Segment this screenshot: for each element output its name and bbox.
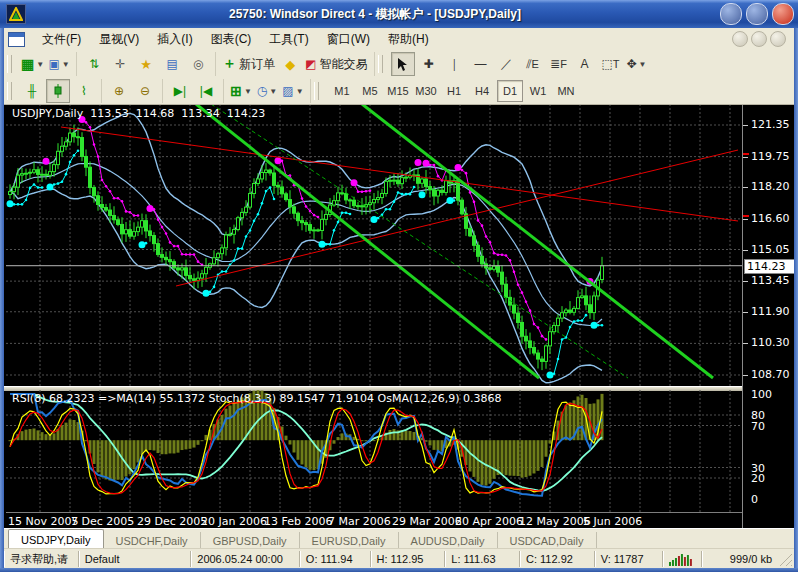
indicator-chart[interactable] <box>6 390 742 512</box>
app-logo-icon <box>6 4 26 24</box>
mdi-window-buttons <box>732 31 786 47</box>
status-high: H: 112.95 <box>370 551 445 567</box>
chart-shift-button[interactable]: |◀ <box>194 79 218 103</box>
expert-advisors-button[interactable]: ◩智能交易 <box>304 52 368 76</box>
price-tick-label: 110.30 <box>751 336 790 349</box>
timeframe-button-h1[interactable]: H1 <box>441 80 467 102</box>
toolbar-handle[interactable] <box>7 82 12 100</box>
arrows-button[interactable]: ✥▼ <box>625 52 649 76</box>
status-open: O: 111.94 <box>299 551 370 567</box>
menu-item[interactable]: 帮助(H) <box>379 28 438 51</box>
toolbar-handle[interactable] <box>7 55 12 73</box>
data-window-button[interactable]: ✛ <box>108 52 132 76</box>
time-axis[interactable]: 15 Nov 20057 Dec 200529 Dec 200520 Jan 2… <box>6 512 742 529</box>
status-profile[interactable]: Default <box>78 551 191 567</box>
chart-tab-usdcad[interactable]: USDCAD,Daily <box>498 532 597 549</box>
trendline-button[interactable]: ／ <box>495 52 519 76</box>
green-channel-upper[interactable] <box>362 104 713 378</box>
child-restore-button[interactable] <box>751 31 767 47</box>
strategy-tester-button[interactable]: ◎ <box>186 52 210 76</box>
child-minimize-button[interactable] <box>732 31 748 47</box>
timeframe-button-m5[interactable]: M5 <box>357 80 383 102</box>
chart-tab-usdchf[interactable]: USDCHF,Daily <box>104 532 201 549</box>
auto-scroll-button[interactable]: ▶| <box>168 79 192 103</box>
line-chart-button[interactable]: ⌇ <box>72 79 96 103</box>
date-tick-label: 12 May 2006 <box>519 515 591 528</box>
price-tick-label: 116.60 <box>751 212 790 225</box>
horizontal-line-button[interactable]: — <box>469 52 493 76</box>
chart-tab-usdjpy[interactable]: USDJPY,Daily <box>8 529 104 549</box>
menu-item[interactable]: 工具(T) <box>260 28 317 51</box>
new-order-button[interactable]: ＋新订单 <box>221 52 276 76</box>
zoom-in-button[interactable]: ⊕ <box>107 79 131 103</box>
date-tick-label: 7 Dec 2005 <box>71 515 134 528</box>
text-label-button[interactable]: ⬚T <box>599 52 623 76</box>
metaeditor-button[interactable]: ◆ <box>278 52 302 76</box>
timeframe-button-mn[interactable]: MN <box>553 80 579 102</box>
menu-item[interactable]: 图表(C) <box>202 28 261 51</box>
chart-window-icon[interactable] <box>8 32 25 47</box>
menu-item[interactable]: 显视(V) <box>90 28 148 51</box>
periods-button[interactable]: ◷▼ <box>255 79 279 103</box>
main-price-chart[interactable] <box>6 104 742 386</box>
market-watch-button[interactable]: ⇅ <box>82 52 106 76</box>
profiles-button[interactable]: ▣▼ <box>47 52 71 76</box>
timeframe-button-w1[interactable]: W1 <box>525 80 551 102</box>
timeframe-button-m30[interactable]: M30 <box>413 80 439 102</box>
channel-button[interactable]: ⫽E <box>521 52 545 76</box>
date-tick-label: 5 Jun 2006 <box>583 515 642 528</box>
status-help: 寻求帮助,请 <box>4 551 78 567</box>
bar-chart-button[interactable]: ╫ <box>20 79 44 103</box>
indicator-level-label: 100 <box>751 388 772 401</box>
trendline-axis-mark <box>743 153 749 155</box>
menu-item[interactable]: 窗口(W) <box>318 28 379 51</box>
titlebar: 25750: Windsor Direct 4 - 模拟帐户 - [USDJPY… <box>0 0 798 28</box>
vertical-line-button[interactable]: ｜ <box>443 52 467 76</box>
indicator-level-label: 20 <box>751 472 765 485</box>
maximize-button[interactable] <box>746 3 768 25</box>
text-button[interactable]: A <box>573 52 597 76</box>
price-tick-mark <box>743 375 748 376</box>
connection-bars-icon <box>662 551 701 567</box>
indicator-level-label: 70 <box>751 420 765 433</box>
date-tick-label: 13 Feb 2006 <box>264 515 332 528</box>
terminal-button[interactable]: ▤ <box>160 52 184 76</box>
resize-grip[interactable] <box>778 552 792 566</box>
toolbar-handle[interactable] <box>314 82 319 100</box>
crosshair-tool-button[interactable]: ✚ <box>417 52 441 76</box>
price-axis[interactable]: 121.35119.75118.20116.60115.05113.45111.… <box>742 104 795 528</box>
toolbar-handle[interactable] <box>378 55 383 73</box>
new-chart-button[interactable]: ▦▼ <box>20 52 45 76</box>
status-traffic: 999/0 kb <box>701 551 778 567</box>
date-tick-label: 29 Mar 2006 <box>392 515 462 528</box>
candlestick-chart-button[interactable] <box>46 79 70 103</box>
close-button[interactable] <box>772 3 794 25</box>
chart-area: USDJPY,Daily113.53114.68113.34114.23 RSI… <box>4 104 794 528</box>
child-close-button[interactable] <box>770 31 786 47</box>
fibonacci-button[interactable]: ≣F <box>547 52 571 76</box>
window-border-bottom <box>0 568 798 572</box>
minimize-button[interactable] <box>720 3 742 25</box>
price-tick-mark <box>743 219 748 220</box>
menu-item[interactable]: 插入(I) <box>148 28 201 51</box>
price-tick-mark <box>743 250 748 251</box>
window-title: 25750: Windsor Direct 4 - 模拟帐户 - [USDJPY… <box>30 6 720 23</box>
price-tick-mark <box>743 343 748 344</box>
templates-button[interactable]: ▨▼ <box>281 79 305 103</box>
indicators-button[interactable]: ⊞▼ <box>229 79 253 103</box>
standard-toolbar: ▦▼ ▣▼ ⇅ ✛ ★ ▤ ◎ ＋新订单 ◆ ◩智能交易 ✚ ｜ — ／ ⫽E … <box>4 50 794 79</box>
timeframe-button-h4[interactable]: H4 <box>469 80 495 102</box>
status-bar: 寻求帮助,请 Default 2006.05.24 00:00 O: 111.9… <box>4 548 794 569</box>
price-tick-mark <box>743 125 748 126</box>
cursor-tool-button[interactable] <box>391 52 415 76</box>
chart-tab-gbpusd[interactable]: GBPUSD,Daily <box>201 532 300 549</box>
chart-tab-audusd[interactable]: AUDUSD,Daily <box>399 532 498 549</box>
timeframe-button-d1[interactable]: D1 <box>497 80 523 102</box>
chart-tab-eurusd[interactable]: EURUSD,Daily <box>300 532 399 549</box>
zoom-out-button[interactable]: ⊖ <box>133 79 157 103</box>
timeframe-button-m1[interactable]: M1 <box>329 80 355 102</box>
timeframe-button-m15[interactable]: M15 <box>385 80 411 102</box>
menu-item[interactable]: 文件(F) <box>33 28 90 51</box>
navigator-button[interactable]: ★ <box>134 52 158 76</box>
date-tick-label: 29 Dec 2005 <box>137 515 207 528</box>
